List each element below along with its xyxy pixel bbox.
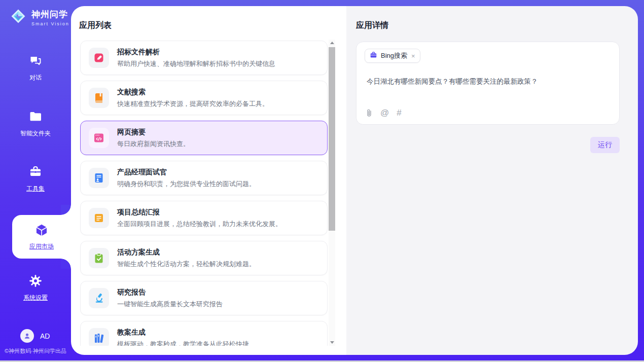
memo-icon [89,208,109,228]
scrollbar [329,40,335,346]
scrollbar-down-arrow[interactable] [329,339,335,346]
sidebar-item-folders[interactable]: 智能文件夹 [0,110,71,138]
book-icon [89,88,109,108]
sidebar-item-label: 智能文件夹 [20,129,51,138]
app-card[interactable]: 产品经理面试官明确身份和职责，为您提供专业性的面试问题。 [80,161,328,195]
chat-icon [28,54,43,70]
interview-doc-icon [89,168,109,188]
sidebar-item-chat[interactable]: 对话 [0,54,71,82]
app-card-title: 招标文件解析 [117,48,275,57]
tool-tag-label: Bing搜索 [381,51,407,60]
app-card-meta: 项目总结汇报全面回顾项目进展，总结经验教训，助力未来优化发展。 [117,208,282,229]
app-card-meta: 招标文件解析帮助用户快速、准确地理解和解析招标书中的关键信息 [117,48,275,68]
user-initials: AD [40,332,50,340]
composer-toolbar: @# [366,108,402,118]
app-card-list: 招标文件解析帮助用户快速、准确地理解和解析招标书中的关键信息文献搜索快速精准查找… [80,41,328,346]
app-card-title: 教案生成 [117,328,249,337]
close-icon[interactable]: × [411,53,415,59]
app-card-meta: 网页摘要每日政府新闻资讯快查。 [117,128,190,149]
app-detail-panel: 应用详情 Bing搜索 × 今日湖北有哪些新闻要点？有哪些需要关注的最新政策？ … [346,6,638,355]
app-card-title: 产品经理面试官 [117,168,256,177]
brand-diamond-icon [9,7,27,27]
copyright-footer: ©神州数码·神州问学出品 [0,347,71,355]
brand-logo: 神州问学 Smart Vision [9,7,69,27]
app-card-meta: 文献搜索快速精准查找学术资源，提高研究效率的必备工具。 [117,88,269,108]
app-card-meta: 产品经理面试官明确身份和职责，为您提供专业性的面试问题。 [117,168,256,189]
app-card-description: 模板驱动，教案秒成，教学准备从此轻松快捷 [117,340,249,346]
brand-name: 神州问学 [31,9,69,20]
app-card[interactable]: 文献搜索快速精准查找学术资源，提高研究效率的必备工具。 [80,81,328,115]
app-card-title: 研究报告 [117,288,223,297]
app-card-description: 全面回顾项目进展，总结经验教训，助力未来优化发展。 [117,220,282,229]
app-card[interactable]: 招标文件解析帮助用户快速、准确地理解和解析招标书中的关键信息 [80,41,328,75]
tool-tag-bing-search[interactable]: Bing搜索 × [365,49,420,63]
app-card-title: 文献搜索 [117,88,269,97]
app-card-description: 帮助用户快速、准确地理解和解析招标书中的关键信息 [117,59,275,68]
briefcase-icon [370,51,377,61]
app-card-title: 活动方案生成 [117,248,256,257]
microscope-icon [89,288,109,308]
app-card[interactable]: 教案生成模板驱动，教案秒成，教学准备从此轻松快捷 [80,321,328,346]
at-icon[interactable]: @ [380,108,389,118]
hash-icon[interactable]: # [397,108,401,118]
app-list-panel: 应用列表 招标文件解析帮助用户快速、准确地理解和解析招标书中的关键信息文献搜索快… [71,6,346,355]
sidebar-item-settings[interactable]: 系统设置 [0,274,71,302]
app-card[interactable]: 研究报告一键智能生成高质量长文本研究报告 [80,281,328,315]
cube-icon [34,223,49,240]
run-button[interactable]: 运行 [590,137,620,153]
scrollbar-thumb[interactable] [329,47,335,231]
app-card-title: 网页摘要 [117,128,190,137]
prompt-composer: Bing搜索 × 今日湖北有哪些新闻要点？有哪些需要关注的最新政策？ @# [356,42,620,125]
user-chip[interactable]: AD [20,329,50,343]
app-frame: 神州问学 Smart Vision 对话智能文件夹工具集应用市场系统设置 AD … [0,0,644,362]
app-card-meta: 研究报告一键智能生成高质量长文本研究报告 [117,288,223,309]
browser-code-icon [89,128,109,148]
sidebar-item-label: 对话 [29,74,42,82]
app-card-description: 明确身份和职责，为您提供专业性的面试问题。 [117,179,256,189]
app-card-meta: 教案生成模板驱动，教案秒成，教学准备从此轻松快捷 [117,328,249,346]
app-card-title: 项目总结汇报 [117,208,282,217]
sidebar-item-label: 应用市场 [29,242,54,251]
run-row: 运行 [356,137,620,153]
app-detail-title: 应用详情 [356,20,388,31]
sidebar-item-label: 系统设置 [23,294,48,302]
app-card-description: 每日政府新闻资讯快查。 [117,139,190,149]
gear-icon [28,274,43,290]
avatar [20,329,34,343]
app-card[interactable]: 网页摘要每日政府新闻资讯快查。 [80,121,328,155]
app-card[interactable]: 项目总结汇报全面回顾项目进展，总结经验教训，助力未来优化发展。 [80,201,328,235]
prompt-text[interactable]: 今日湖北有哪些新闻要点？有哪些需要关注的最新政策？ [367,77,611,86]
main-content: 应用列表 招标文件解析帮助用户快速、准确地理解和解析招标书中的关键信息文献搜索快… [71,6,638,355]
scrollbar-up-arrow[interactable] [329,40,335,46]
brand-subtitle: Smart Vision [31,21,69,26]
clipboard-check-icon [89,248,109,268]
toolbox-icon [28,165,43,181]
app-list-title: 应用列表 [79,20,112,31]
books-icon [89,328,109,346]
sidebar-item-tools[interactable]: 工具集 [0,165,71,193]
app-card-meta: 活动方案生成智能生成个性化活动方案，轻松解决规划难题。 [117,248,256,269]
sidebar-item-market[interactable]: 应用市场 [12,215,71,259]
app-card-description: 智能生成个性化活动方案，轻松解决规划难题。 [117,260,256,269]
app-card-description: 一键智能生成高质量长文本研究报告 [117,300,223,309]
sidebar-item-label: 工具集 [26,185,45,193]
app-card-description: 快速精准查找学术资源，提高研究效率的必备工具。 [117,99,269,108]
doc-edit-icon [89,48,109,68]
sidebar: 神州问学 Smart Vision 对话智能文件夹工具集应用市场系统设置 AD … [0,0,71,362]
app-card[interactable]: 活动方案生成智能生成个性化活动方案，轻松解决规划难题。 [80,241,328,275]
paperclip-icon[interactable] [366,108,373,118]
folder-icon [28,110,43,126]
